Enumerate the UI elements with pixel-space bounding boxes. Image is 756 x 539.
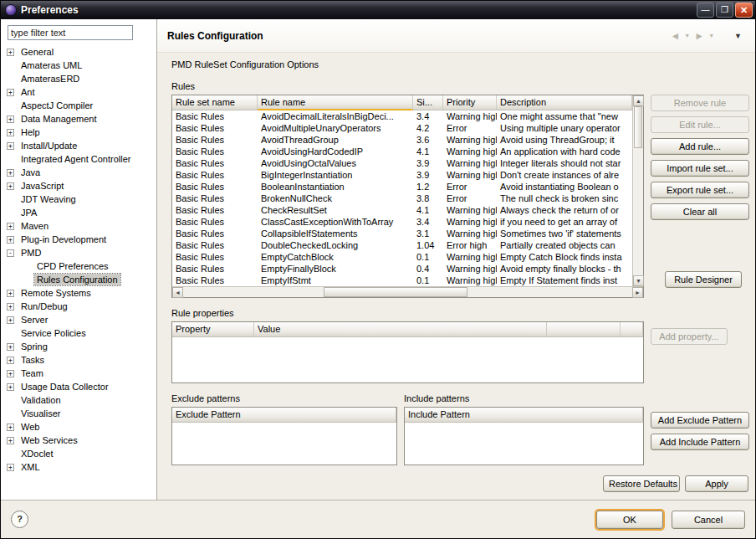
tree-item[interactable]: AmaterasERD bbox=[1, 72, 156, 85]
table-row[interactable]: Basic Rules BigIntegerInstantiation 3.9 … bbox=[172, 169, 632, 181]
rule-action-button[interactable]: Export rule set... bbox=[651, 182, 749, 198]
tree-item[interactable]: + Remote Systems bbox=[1, 286, 156, 300]
table-row[interactable]: Basic Rules BooleanInstantiation 1.2 Err… bbox=[172, 181, 632, 192]
add-exclude-pattern-button[interactable]: Add Exclude Pattern bbox=[651, 412, 749, 429]
scroll-right-icon[interactable]: ► bbox=[632, 287, 643, 298]
minimize-button-icon[interactable]: — bbox=[697, 3, 714, 18]
table-row[interactable]: Basic Rules AvoidMultipleUnaryOperators … bbox=[172, 122, 632, 134]
tree-item[interactable]: + Ant bbox=[1, 85, 156, 99]
table-row[interactable]: Basic Rules CollapsibleIfStatements 3.1 … bbox=[172, 228, 632, 239]
tree-item[interactable]: + Usage Data Collector bbox=[1, 380, 156, 393]
tree-expander-icon[interactable]: + bbox=[7, 464, 14, 471]
tree-item[interactable]: + Server bbox=[1, 313, 156, 326]
tree-item[interactable]: + JavaScript bbox=[1, 179, 156, 192]
tree-expander-icon[interactable]: + bbox=[7, 142, 14, 150]
tree-expander-icon[interactable]: + bbox=[7, 303, 14, 311]
tree-item[interactable]: + Java bbox=[1, 166, 156, 179]
rule-designer-button[interactable]: Rule Designer bbox=[665, 271, 742, 288]
tree-item[interactable]: AspectJ Compiler bbox=[1, 99, 156, 112]
tree-item[interactable]: + Web bbox=[1, 420, 156, 434]
apply-button[interactable]: Apply bbox=[685, 475, 748, 492]
tree-expander-icon[interactable]: + bbox=[7, 383, 14, 391]
table-row[interactable]: Basic Rules DoubleCheckedLocking 1.04 Er… bbox=[172, 239, 632, 251]
view-menu-icon[interactable]: ▼ bbox=[731, 32, 745, 40]
column-header-since[interactable]: Si... bbox=[413, 95, 443, 110]
tree-item[interactable]: Amateras UML bbox=[1, 59, 156, 72]
column-header-property[interactable]: Property bbox=[172, 322, 254, 337]
titlebar[interactable]: Preferences — ❐ ✕ bbox=[1, 1, 755, 19]
properties-body[interactable] bbox=[172, 337, 643, 382]
tree-item[interactable]: + Team bbox=[1, 367, 156, 380]
forward-icon[interactable]: ► bbox=[692, 30, 706, 42]
table-row[interactable]: Basic Rules CheckResultSet 4.1 Warning h… bbox=[172, 204, 632, 216]
vertical-scrollbar[interactable]: ▲ ▼ bbox=[632, 95, 643, 286]
tree-expander-icon[interactable]: + bbox=[7, 116, 14, 123]
restore-defaults-button[interactable]: Restore Defaults bbox=[603, 475, 680, 492]
rule-action-button[interactable]: Edit rule... bbox=[651, 116, 749, 133]
tree-expander-icon[interactable]: + bbox=[7, 290, 14, 297]
tree-item[interactable]: + Plug-in Development bbox=[1, 233, 156, 246]
tree-item[interactable]: Rules Configuration bbox=[1, 273, 156, 286]
tree-item[interactable]: JPA bbox=[1, 206, 156, 219]
column-header-priority[interactable]: Priority bbox=[443, 95, 497, 110]
cancel-button[interactable]: Cancel bbox=[672, 511, 745, 529]
forward-dropdown-icon[interactable]: ▼ bbox=[708, 33, 714, 38]
column-header-exclude-pattern[interactable]: Exclude Pattern bbox=[172, 408, 396, 423]
tree-expander-icon[interactable]: + bbox=[7, 129, 14, 136]
help-icon[interactable]: ? bbox=[11, 511, 28, 528]
table-row[interactable]: Basic Rules AvoidDecimalLiteralsInBigDec… bbox=[172, 110, 632, 122]
exclude-patterns-body[interactable] bbox=[172, 423, 396, 465]
tree-expander-icon[interactable]: + bbox=[7, 370, 14, 377]
tree-item[interactable]: XDoclet bbox=[1, 447, 156, 460]
tree-expander-icon[interactable]: + bbox=[7, 89, 14, 96]
scroll-left-icon[interactable]: ◄ bbox=[172, 287, 183, 298]
add-property-button[interactable]: Add property... bbox=[651, 328, 728, 345]
tree-expander-icon[interactable]: + bbox=[7, 223, 14, 230]
table-row[interactable]: Basic Rules AvoidUsingHardCodedIP 4.1 Wa… bbox=[172, 146, 632, 157]
rule-action-button[interactable]: Clear all bbox=[651, 203, 749, 220]
tree-item[interactable]: + General bbox=[1, 45, 156, 59]
tree-expander-icon[interactable]: + bbox=[7, 169, 14, 177]
tree-expander-icon[interactable]: + bbox=[7, 357, 14, 364]
tree-expander-icon[interactable]: + bbox=[7, 437, 14, 444]
maximize-button-icon[interactable]: ❐ bbox=[716, 3, 733, 18]
table-row[interactable]: Basic Rules ClassCastExceptionWithToArra… bbox=[172, 216, 632, 228]
table-row[interactable]: Basic Rules EmptyFinallyBlock 0.4 Warnin… bbox=[172, 263, 632, 275]
include-patterns-body[interactable] bbox=[405, 423, 643, 465]
tree-item[interactable]: + Tasks bbox=[1, 353, 156, 367]
column-header-description[interactable]: Description bbox=[497, 95, 632, 110]
back-icon[interactable]: ◄ bbox=[668, 30, 682, 42]
back-dropdown-icon[interactable]: ▼ bbox=[684, 33, 690, 38]
add-include-pattern-button[interactable]: Add Include Pattern bbox=[651, 434, 749, 450]
tree-item[interactable]: + XML bbox=[1, 460, 156, 474]
tree-item[interactable]: Validation bbox=[1, 393, 156, 407]
filter-input[interactable] bbox=[8, 25, 133, 40]
tree-item[interactable]: + Maven bbox=[1, 219, 156, 233]
tree-expander-icon[interactable]: + bbox=[7, 316, 14, 324]
tree-expander-icon[interactable]: + bbox=[7, 424, 14, 431]
table-row[interactable]: Basic Rules BrokenNullCheck 3.8 Error Th… bbox=[172, 192, 632, 204]
column-header-ruleset[interactable]: Rule set name bbox=[172, 95, 258, 110]
tree-item[interactable]: CPD Preferences bbox=[1, 259, 156, 273]
vertical-scroll-thumb[interactable] bbox=[634, 106, 642, 148]
tree-item[interactable]: Integrated Agent Controller bbox=[1, 152, 156, 166]
table-row[interactable]: Basic Rules AvoidThreadGroup 3.6 Warning… bbox=[172, 134, 632, 146]
tree-item[interactable]: + Spring bbox=[1, 340, 156, 353]
tree-item[interactable]: Service Policies bbox=[1, 326, 156, 340]
table-row[interactable]: Basic Rules EmptyCatchBlock 0.1 Warning … bbox=[172, 251, 632, 263]
tree-expander-icon[interactable]: + bbox=[7, 49, 14, 56]
rule-action-button[interactable]: Remove rule bbox=[651, 95, 749, 111]
tree-item[interactable]: - PMD bbox=[1, 246, 156, 259]
rule-action-button[interactable]: Import rule set... bbox=[651, 160, 749, 177]
tree-expander-icon[interactable]: + bbox=[7, 236, 14, 244]
column-header-rulename[interactable]: Rule name bbox=[258, 95, 413, 110]
rule-action-button[interactable]: Add rule... bbox=[651, 138, 749, 155]
tree-item[interactable]: + Install/Update bbox=[1, 139, 156, 152]
tree-item[interactable]: Visualiser bbox=[1, 407, 156, 420]
tree-item[interactable]: + Run/Debug bbox=[1, 300, 156, 313]
table-row[interactable]: Basic Rules AvoidUsingOctalValues 3.9 Wa… bbox=[172, 157, 632, 169]
tree-item[interactable]: JDT Weaving bbox=[1, 192, 156, 206]
close-button-icon[interactable]: ✕ bbox=[735, 3, 753, 18]
horizontal-scroll-thumb[interactable] bbox=[324, 287, 467, 297]
tree-item[interactable]: + Web Services bbox=[1, 434, 156, 447]
